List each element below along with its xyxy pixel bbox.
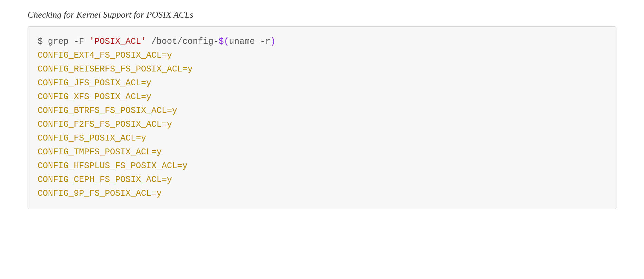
output-line: CONFIG_TMPFS_POSIX_ACL=y [38,147,162,157]
code-caption: Checking for Kernel Support for POSIX AC… [28,10,616,20]
output-line: CONFIG_BTRFS_FS_POSIX_ACL=y [38,106,177,116]
output-line: CONFIG_CEPH_FS_POSIX_ACL=y [38,175,172,185]
code-block: $ grep -F 'POSIX_ACL' /boot/config-$(una… [28,26,616,209]
output-line: CONFIG_9P_FS_POSIX_ACL=y [38,189,162,199]
output-line: CONFIG_EXT4_FS_POSIX_ACL=y [38,50,172,60]
output-line: CONFIG_XFS_POSIX_ACL=y [38,92,151,102]
command-subst-close: ) [270,37,275,47]
output-line: CONFIG_HFSPLUS_FS_POSIX_ACL=y [38,161,188,171]
command-string-arg: 'POSIX_ACL' [89,37,146,47]
output-line: CONFIG_FS_POSIX_ACL=y [38,133,146,143]
output-line: CONFIG_JFS_POSIX_ACL=y [38,78,151,88]
command-subst-body: uname -r [229,37,270,47]
command-grep: grep -F [48,37,89,47]
output-line: CONFIG_REISERFS_FS_POSIX_ACL=y [38,64,193,74]
output-line: CONFIG_F2FS_FS_POSIX_ACL=y [38,119,172,129]
shell-prompt: $ [38,37,48,47]
command-path: /boot/config- [146,37,219,47]
command-subst-open: $( [219,37,229,47]
